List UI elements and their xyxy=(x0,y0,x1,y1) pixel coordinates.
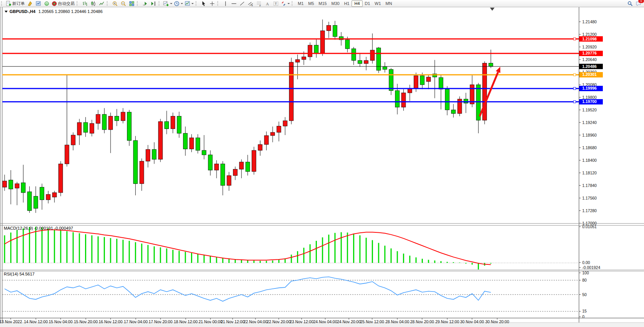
candle-body xyxy=(34,196,38,208)
symbol-ohlc: 1.20565 1.20860 1.20446 1.20486 xyxy=(39,9,103,14)
candle-body xyxy=(115,116,119,121)
candle-body xyxy=(451,110,456,113)
price-tick-label: 1.17280 xyxy=(582,208,597,213)
macd-indicator-label: MACD(12,26,9) -0.000191 -0.000497 xyxy=(4,226,73,230)
candle-body xyxy=(183,133,188,149)
macd-scale-label: 0.00 xyxy=(582,260,590,265)
candle-body xyxy=(3,181,7,187)
time-tick-label: 15 Nov 20:00 xyxy=(74,319,98,324)
candle-body xyxy=(21,183,26,193)
candle-body xyxy=(9,180,13,189)
candle-body xyxy=(227,176,231,185)
candle-body xyxy=(420,76,424,85)
candle-body xyxy=(196,138,200,150)
line-handle[interactable] xyxy=(573,74,576,76)
candle-body xyxy=(327,25,331,31)
price-tick-label: 1.19240 xyxy=(582,120,597,125)
line-handle[interactable] xyxy=(573,38,576,40)
candle-body xyxy=(133,140,138,184)
candle-body xyxy=(190,138,194,149)
candle-body xyxy=(158,122,162,159)
candle-body xyxy=(202,150,206,155)
price-tick-label: 1.18120 xyxy=(582,171,597,175)
rsi-scale-label: 50 xyxy=(582,292,587,297)
candle-body xyxy=(233,169,237,176)
time-tick-label: 21 Nov 00:00 xyxy=(199,319,223,324)
candle-body xyxy=(140,161,144,184)
price-tick-label: 1.21480 xyxy=(582,19,597,24)
time-tick-label: 13 Nov 2022 xyxy=(0,319,22,324)
price-tick-label: 1.18960 xyxy=(582,133,597,137)
candle-body xyxy=(102,114,106,130)
candle-body xyxy=(65,145,69,164)
time-tick-label: 30 Nov 20:00 xyxy=(485,319,509,324)
candle-body xyxy=(289,62,294,121)
price-tick-label: 1.18680 xyxy=(582,145,597,150)
mt4-window: 新订单自动交易EFATM1M5M15M30H1H4D1W1MN1 1.21480… xyxy=(0,0,644,327)
time-tick-label: 24 Nov 20:00 xyxy=(337,319,361,324)
rsi-indicator-label: RSI(14) 54.5617 xyxy=(4,272,35,276)
candle-body xyxy=(71,135,75,145)
rsi-scale-label: 80 xyxy=(582,278,587,282)
time-tick-label: 28 Nov 04:00 xyxy=(385,319,410,324)
candle-body xyxy=(121,112,125,121)
candle-body xyxy=(214,164,218,170)
price-tick-label: 1.17840 xyxy=(582,183,597,188)
macd-scale-label: -0.001924 xyxy=(582,265,600,270)
candle-body xyxy=(314,45,318,53)
time-tick-label: 23 Nov 12:00 xyxy=(290,319,314,324)
time-tick-label: 22 Nov 20:00 xyxy=(267,319,291,324)
candle-body xyxy=(152,150,156,159)
candle-body xyxy=(426,77,430,82)
candle-body xyxy=(414,76,418,88)
time-tick-label: 30 Nov 04:00 xyxy=(460,319,484,324)
time-tick-label: 24 Nov 04:00 xyxy=(313,319,337,324)
price-tick-label: 1.18400 xyxy=(582,158,597,163)
line-handle[interactable] xyxy=(573,87,576,90)
time-tick-label: 18 Nov 12:00 xyxy=(174,319,198,324)
candle-body xyxy=(445,89,449,110)
candle-body xyxy=(283,121,287,126)
candle-body xyxy=(271,132,275,135)
candle-body xyxy=(320,31,324,53)
candle-body xyxy=(239,162,244,169)
time-tick-label: 16 Nov 12:00 xyxy=(99,319,123,324)
symbol-collapse-icon[interactable] xyxy=(5,11,8,13)
svg-text:1.19996: 1.19996 xyxy=(582,86,597,90)
time-tick-label: 17 Nov 20:00 xyxy=(149,319,173,324)
svg-text:1.21098: 1.21098 xyxy=(582,37,597,41)
candle-body xyxy=(246,162,250,172)
time-tick-label: 28 Nov 20:00 xyxy=(410,319,434,324)
svg-text:1.20301: 1.20301 xyxy=(582,72,597,77)
time-tick-label: 22 Nov 04:00 xyxy=(244,319,268,324)
candle-body xyxy=(15,184,19,188)
candle-body xyxy=(352,49,356,61)
candle-body xyxy=(258,145,262,150)
candle-body xyxy=(27,192,32,211)
price-chart-canvas[interactable]: 1.214801.212001.209201.206401.203601.200… xyxy=(0,0,644,327)
rsi-scale-label: 100 xyxy=(582,271,589,275)
price-tick-label: 1.20640 xyxy=(582,57,597,62)
time-tick-label: 14 Nov 12:00 xyxy=(24,319,48,324)
candle-body xyxy=(59,164,63,192)
time-tick-label: 15 Nov 04:00 xyxy=(49,319,73,324)
price-tick-label: 1.19800 xyxy=(582,95,597,100)
candle-body xyxy=(221,164,225,185)
candle-body xyxy=(90,123,94,133)
candle-body xyxy=(77,122,82,135)
candle-body xyxy=(40,187,44,200)
time-tick-label: 21 Nov 12:00 xyxy=(221,319,245,324)
candle-body xyxy=(439,77,443,89)
candle-body xyxy=(296,60,300,62)
candle-body xyxy=(165,122,169,129)
candle-body xyxy=(46,195,50,200)
time-tick-label: 17 Nov 04:00 xyxy=(124,319,148,324)
candle-body xyxy=(308,45,312,57)
svg-text:1.20486: 1.20486 xyxy=(582,64,597,69)
price-tick-label: 1.21200 xyxy=(582,32,597,37)
time-tick-label: 29 Nov 12:00 xyxy=(435,319,459,324)
candle-body xyxy=(470,85,474,104)
line-handle[interactable] xyxy=(573,101,576,103)
rsi-scale-label: 15 xyxy=(582,309,587,313)
time-tick-label: 25 Nov 12:00 xyxy=(360,319,384,324)
